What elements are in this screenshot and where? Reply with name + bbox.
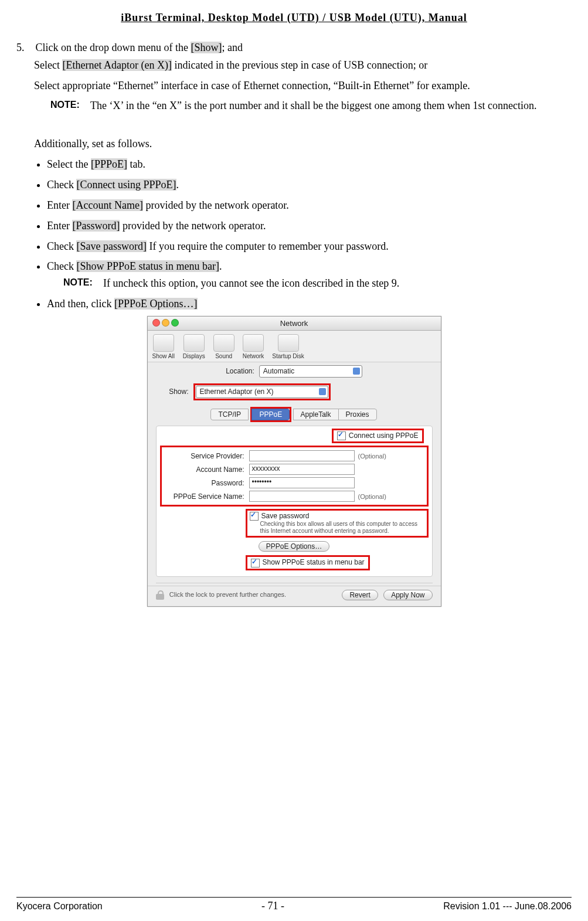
- b4c: provided by the network operator.: [120, 220, 266, 232]
- location-value: Automatic: [263, 367, 294, 375]
- optional-1: (Optional): [358, 453, 386, 460]
- toolbar-network[interactable]: Network: [243, 334, 264, 359]
- tabs: TCP/IP PPPoE AppleTalkProxies: [148, 407, 441, 422]
- minimize-icon[interactable]: [162, 319, 169, 327]
- bullet-list: Select the [PPPoE] tab. Check [Connect u…: [47, 156, 572, 312]
- service-provider-label: Service Provider:: [162, 452, 249, 460]
- step-2-c: indicated in the previous step in case o…: [172, 59, 427, 71]
- show-value: Ethernet Adaptor (en X): [200, 388, 274, 396]
- step-number: 5.: [16, 42, 33, 54]
- service-provider-input[interactable]: [249, 450, 355, 461]
- account-name-label: Account Name:: [162, 465, 249, 474]
- b2a: Check: [47, 179, 76, 191]
- highlight-show: Ethernet Adaptor (en X): [193, 383, 331, 400]
- b7a: And then, click: [47, 298, 114, 310]
- b6a: Check: [47, 260, 76, 272]
- inner-note-label: NOTE:: [63, 275, 103, 292]
- page-footer: Kyocera Corporation - 71 - Revision 1.01…: [16, 897, 572, 912]
- hl-pppoe-tab: [PPPoE]: [91, 158, 127, 170]
- b5a: Check: [47, 240, 76, 252]
- window-titlebar[interactable]: Network: [148, 317, 441, 331]
- optional-2: (Optional): [358, 493, 386, 500]
- save-password-hint: Checking this box allows all users of th…: [260, 521, 424, 535]
- hl-ethernet-adaptor: [Ethernet Adaptor (en X)]: [62, 59, 171, 71]
- tab-tcpip[interactable]: TCP/IP: [210, 409, 249, 420]
- toolbar-displays[interactable]: Displays: [183, 334, 205, 359]
- account-name-input[interactable]: xxxxxxxx: [249, 464, 355, 475]
- show-status-checkbox[interactable]: [251, 559, 260, 567]
- footer-left: Kyocera Corporation: [16, 901, 103, 912]
- lbl: Show All: [152, 353, 175, 359]
- hl-show-status: [Show PPPoE status in menu bar]: [76, 260, 219, 272]
- close-icon[interactable]: [152, 319, 160, 327]
- toolbar-sound[interactable]: Sound: [213, 334, 234, 359]
- b6c: .: [219, 260, 222, 272]
- pppoe-service-name-label: PPPoE Service Name:: [162, 492, 249, 501]
- screenshot-network-window: Network Show All Displays Sound Network …: [147, 316, 441, 607]
- lbl: Network: [243, 353, 264, 359]
- lbl: Sound: [215, 353, 232, 359]
- hl-account-name: [Account Name]: [72, 199, 142, 211]
- tab-proxies[interactable]: Proxies: [338, 409, 377, 420]
- b1a: Select the: [47, 158, 91, 170]
- password-input[interactable]: ••••••••: [249, 477, 355, 488]
- b5c: If you require the computer to remember …: [147, 240, 389, 252]
- tab-pppoe[interactable]: PPPoE: [251, 409, 290, 420]
- pppoe-options-button[interactable]: PPPoE Options…: [259, 541, 329, 552]
- location-select[interactable]: Automatic: [259, 365, 362, 378]
- lock-text: Click the lock to prevent further change…: [169, 591, 286, 598]
- show-select[interactable]: Ethernet Adaptor (en X): [196, 386, 328, 398]
- footer-page-number: - 71 -: [261, 900, 284, 912]
- show-label: Show:: [156, 388, 189, 396]
- highlight-save-password: Save password Checking this box allows a…: [246, 509, 429, 538]
- highlight-fields: Service Provider: (Optional) Account Nam…: [160, 446, 429, 507]
- show-status-label: Show PPPoE status in menu bar: [263, 558, 365, 566]
- step-2-a: Select: [34, 59, 62, 71]
- toolbar-show-all[interactable]: Show All: [152, 334, 175, 359]
- window-title: Network: [280, 319, 308, 328]
- password-label: Password:: [162, 479, 249, 487]
- inner-note-text: If uncheck this option, you cannot see t…: [103, 275, 399, 292]
- hl-show: [Show]: [191, 42, 222, 53]
- b3c: provided by the network operator.: [143, 199, 289, 211]
- lbl: Displays: [183, 353, 205, 359]
- pppoe-service-name-input[interactable]: [249, 491, 355, 502]
- revert-button[interactable]: Revert: [342, 590, 378, 600]
- b3a: Enter: [47, 199, 72, 211]
- hl-password: [Password]: [72, 220, 120, 232]
- hl-pppoe-options: [PPPoE Options…]: [114, 298, 198, 310]
- b2c: .: [176, 179, 179, 191]
- lbl: Startup Disk: [272, 353, 304, 359]
- footer-right: Revision 1.01 --- June.08.2006: [443, 901, 572, 912]
- window-traffic-lights[interactable]: [152, 319, 181, 328]
- highlight-connect-pppoe: Connect using PPPoE: [332, 429, 424, 443]
- toolbar-startup-disk[interactable]: Startup Disk: [272, 334, 304, 359]
- hl-connect-pppoe: [Connect using PPPoE]: [76, 179, 176, 191]
- save-password-label: Save password: [261, 512, 310, 520]
- hl-save-password: [Save password]: [76, 240, 146, 252]
- step-3: Select appropriate “Ethernet” interface …: [34, 77, 572, 95]
- save-password-checkbox[interactable]: [250, 512, 259, 521]
- toolbar: Show All Displays Sound Network Startup …: [148, 331, 441, 362]
- apply-now-button[interactable]: Apply Now: [383, 590, 432, 600]
- location-label: Location:: [226, 367, 254, 375]
- tab-appletalk[interactable]: AppleTalk: [293, 409, 339, 420]
- additional-heading: Additionally, set as follows.: [34, 135, 572, 153]
- b1c: tab.: [127, 158, 145, 170]
- highlight-show-status: Show PPPoE status in menu bar: [246, 555, 370, 570]
- highlight-tab-pppoe: PPPoE: [250, 407, 291, 422]
- lock-icon[interactable]: [156, 590, 164, 600]
- b4a: Enter: [47, 220, 72, 232]
- note-text: The ‘X’ in the “en X” is the port number…: [90, 97, 572, 115]
- note-label: NOTE:: [50, 97, 90, 115]
- zoom-icon[interactable]: [171, 319, 179, 327]
- pppoe-panel: Connect using PPPoE Service Provider: (O…: [156, 426, 433, 577]
- connect-pppoe-label: Connect using PPPoE: [349, 431, 419, 440]
- connect-pppoe-checkbox[interactable]: [337, 431, 346, 440]
- step-1-c: ; and: [222, 42, 243, 53]
- step-1-a: Click on the drop down menu of the: [36, 42, 191, 53]
- page-header: iBurst Terminal, Desktop Model (UTD) / U…: [16, 12, 572, 24]
